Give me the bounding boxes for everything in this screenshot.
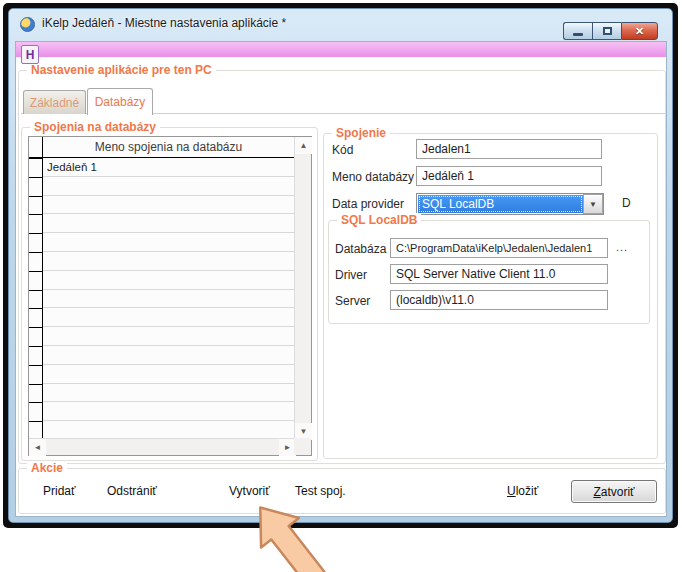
browse-button[interactable]: ... bbox=[616, 241, 628, 253]
screenshot: iKelp Jedáleň - Miestne nastavenia aplik… bbox=[0, 0, 682, 572]
close-icon: ✕ bbox=[635, 25, 644, 38]
actions-group-label: Akcie bbox=[27, 461, 67, 475]
connection-name-cell: Jedáleň 1 bbox=[43, 158, 294, 177]
maximize-icon bbox=[603, 27, 612, 35]
table-row-empty bbox=[29, 327, 294, 346]
server-field[interactable] bbox=[390, 290, 608, 310]
odstranit-button[interactable]: Odstrániť bbox=[107, 484, 157, 498]
kod-label: Kód bbox=[332, 143, 353, 157]
databaza-label: Databáza bbox=[335, 242, 386, 256]
ulozit-button[interactable]: Uložiť bbox=[507, 484, 538, 498]
table-row-empty bbox=[29, 214, 294, 233]
app-icon bbox=[20, 17, 35, 32]
settings-group-label: Nastavenie aplikácie pre ten PC bbox=[27, 63, 216, 77]
column-header[interactable]: Meno spojenia na databázu bbox=[43, 137, 294, 157]
data-provider-suffix: D bbox=[622, 196, 631, 210]
app-window: iKelp Jedáleň - Miestne nastavenia aplik… bbox=[8, 8, 673, 523]
data-provider-selected-value: SQL LocalDB bbox=[418, 195, 583, 213]
data-provider-label: Data provider bbox=[332, 197, 404, 211]
table-row[interactable]: Jedáleň 1 bbox=[29, 158, 294, 177]
kod-field[interactable] bbox=[416, 139, 602, 159]
connections-group-label: Spojenia na databázy bbox=[30, 120, 160, 134]
meno-databazy-label: Meno databázy bbox=[332, 170, 414, 184]
connection-group-label: Spojenie bbox=[332, 126, 390, 140]
scroll-up-icon[interactable]: ▲ bbox=[295, 137, 312, 154]
table-row-empty bbox=[29, 308, 294, 327]
tab-databazy[interactable]: Databázy bbox=[87, 88, 153, 115]
table-row-empty bbox=[29, 402, 294, 421]
scroll-left-icon[interactable]: ◄ bbox=[29, 439, 46, 456]
connections-table[interactable]: Meno spojenia na databázu Jedáleň 1 bbox=[28, 136, 312, 456]
meno-databazy-field[interactable] bbox=[416, 166, 602, 186]
connection-groupbox: Spojenie Kód Meno databázy Data provider… bbox=[323, 133, 658, 459]
table-row-empty bbox=[29, 365, 294, 384]
databaza-field[interactable] bbox=[390, 238, 608, 258]
driver-field[interactable] bbox=[390, 264, 608, 284]
connections-groupbox: Spojenia na databázy Meno spojenia na da… bbox=[21, 127, 318, 461]
table-row-empty bbox=[29, 346, 294, 365]
table-row-empty bbox=[29, 271, 294, 290]
table-row-empty bbox=[29, 177, 294, 196]
data-provider-select[interactable]: SQL LocalDB ▼ bbox=[416, 193, 604, 215]
horizontal-scrollbar[interactable]: ◄ ► bbox=[29, 438, 296, 455]
server-label: Server bbox=[335, 294, 370, 308]
menu-strip bbox=[16, 42, 666, 57]
pointer-arrow-annotation bbox=[233, 496, 343, 572]
client-area: H Nastavenie aplikácie pre ten PC Základ… bbox=[15, 41, 667, 517]
scrollbar-corner bbox=[294, 438, 311, 455]
tab-zakladne[interactable]: Základné bbox=[23, 90, 86, 114]
row-selector-header bbox=[29, 137, 43, 157]
vertical-scrollbar[interactable]: ▲ ▼ bbox=[294, 137, 311, 440]
table-row-empty bbox=[29, 421, 294, 438]
table-row-empty bbox=[29, 252, 294, 271]
sql-localdb-groupbox: SQL LocalDB Databáza ... Driver Server bbox=[328, 220, 650, 324]
minimize-button[interactable] bbox=[563, 22, 592, 40]
window-title: iKelp Jedáleň - Miestne nastavenia aplik… bbox=[42, 16, 286, 30]
window-outer-frame: iKelp Jedáleň - Miestne nastavenia aplik… bbox=[3, 3, 678, 528]
table-row-empty bbox=[29, 196, 294, 215]
settings-groupbox: Nastavenie aplikácie pre ten PC Základné… bbox=[18, 70, 666, 464]
close-button[interactable]: ✕ bbox=[621, 22, 658, 40]
pridat-button[interactable]: Pridať bbox=[43, 484, 76, 498]
chevron-down-icon[interactable]: ▼ bbox=[583, 194, 603, 214]
menu-item-h[interactable]: H bbox=[21, 45, 39, 64]
table-row-empty bbox=[29, 384, 294, 403]
zatvorit-button[interactable]: Zatvoriť bbox=[571, 480, 657, 503]
sql-localdb-group-label: SQL LocalDB bbox=[337, 213, 421, 227]
table-row-empty bbox=[29, 233, 294, 252]
driver-label: Driver bbox=[335, 268, 367, 282]
minimize-icon bbox=[573, 33, 583, 36]
maximize-button[interactable] bbox=[592, 22, 621, 40]
title-bar[interactable]: iKelp Jedáleň - Miestne nastavenia aplik… bbox=[9, 9, 672, 41]
table-header-row: Meno spojenia na databázu bbox=[29, 137, 294, 158]
table-row-empty bbox=[29, 290, 294, 309]
